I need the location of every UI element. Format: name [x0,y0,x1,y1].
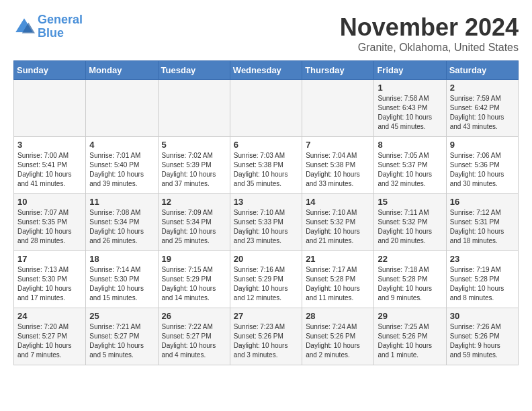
day-info: Sunrise: 7:13 AM Sunset: 5:30 PM Dayligh… [17,265,82,303]
weekday-header: Thursday [302,61,374,80]
calendar-cell: 18Sunrise: 7:14 AM Sunset: 5:30 PM Dayli… [86,251,158,308]
day-number: 23 [450,254,515,264]
day-info: Sunrise: 7:21 AM Sunset: 5:27 PM Dayligh… [89,322,154,360]
calendar-cell: 8Sunrise: 7:05 AM Sunset: 5:37 PM Daylig… [374,137,446,194]
day-number: 28 [306,311,370,321]
calendar-cell: 11Sunrise: 7:08 AM Sunset: 5:34 PM Dayli… [86,194,158,251]
day-number: 11 [89,197,154,207]
day-number: 26 [162,311,226,321]
day-info: Sunrise: 7:03 AM Sunset: 5:38 PM Dayligh… [234,151,298,189]
calendar-cell: 15Sunrise: 7:11 AM Sunset: 5:32 PM Dayli… [374,194,446,251]
day-info: Sunrise: 7:02 AM Sunset: 5:39 PM Dayligh… [162,151,226,189]
calendar-cell [14,80,86,137]
day-number: 21 [306,254,370,264]
day-info: Sunrise: 7:09 AM Sunset: 5:34 PM Dayligh… [162,208,226,246]
calendar-week-row: 10Sunrise: 7:07 AM Sunset: 5:35 PM Dayli… [14,194,519,251]
day-info: Sunrise: 7:58 AM Sunset: 6:43 PM Dayligh… [378,94,442,132]
logo-line1: General [38,13,83,26]
day-number: 22 [378,254,442,264]
day-number: 14 [306,197,370,207]
day-info: Sunrise: 7:22 AM Sunset: 5:27 PM Dayligh… [162,322,226,360]
day-number: 12 [162,197,226,207]
calendar-cell: 26Sunrise: 7:22 AM Sunset: 5:27 PM Dayli… [158,308,230,365]
calendar-week-row: 3Sunrise: 7:00 AM Sunset: 5:41 PM Daylig… [14,137,519,194]
calendar-cell: 29Sunrise: 7:25 AM Sunset: 5:26 PM Dayli… [374,308,446,365]
day-info: Sunrise: 7:08 AM Sunset: 5:34 PM Dayligh… [89,208,154,246]
day-number: 27 [234,311,298,321]
calendar-cell: 10Sunrise: 7:07 AM Sunset: 5:35 PM Dayli… [14,194,86,251]
calendar-cell: 28Sunrise: 7:24 AM Sunset: 5:26 PM Dayli… [302,308,374,365]
weekday-header: Tuesday [158,61,230,80]
day-info: Sunrise: 7:19 AM Sunset: 5:28 PM Dayligh… [450,265,515,303]
calendar-cell [230,80,302,137]
day-number: 18 [89,254,154,264]
calendar-week-row: 24Sunrise: 7:20 AM Sunset: 5:27 PM Dayli… [14,308,519,365]
day-info: Sunrise: 7:10 AM Sunset: 5:33 PM Dayligh… [234,208,298,246]
calendar-cell: 4Sunrise: 7:01 AM Sunset: 5:40 PM Daylig… [86,137,158,194]
month-title: November 2024 [340,13,519,42]
day-number: 24 [17,311,82,321]
calendar-table: SundayMondayTuesdayWednesdayThursdayFrid… [13,60,519,365]
calendar-cell: 30Sunrise: 7:26 AM Sunset: 5:26 PM Dayli… [446,308,518,365]
day-info: Sunrise: 7:00 AM Sunset: 5:41 PM Dayligh… [17,151,82,189]
calendar-week-row: 17Sunrise: 7:13 AM Sunset: 5:30 PM Dayli… [14,251,519,308]
calendar-cell [302,80,374,137]
calendar-cell: 1Sunrise: 7:58 AM Sunset: 6:43 PM Daylig… [374,80,446,137]
day-number: 5 [162,140,226,150]
calendar-cell: 21Sunrise: 7:17 AM Sunset: 5:28 PM Dayli… [302,251,374,308]
day-info: Sunrise: 7:59 AM Sunset: 6:42 PM Dayligh… [450,94,515,132]
day-info: Sunrise: 7:16 AM Sunset: 5:29 PM Dayligh… [234,265,298,303]
calendar-cell: 14Sunrise: 7:10 AM Sunset: 5:32 PM Dayli… [302,194,374,251]
day-number: 7 [306,140,370,150]
day-number: 9 [450,140,515,150]
calendar-cell: 23Sunrise: 7:19 AM Sunset: 5:28 PM Dayli… [446,251,518,308]
weekday-header: Saturday [446,61,518,80]
day-number: 10 [17,197,82,207]
calendar-cell: 9Sunrise: 7:06 AM Sunset: 5:36 PM Daylig… [446,137,518,194]
calendar-cell: 7Sunrise: 7:04 AM Sunset: 5:38 PM Daylig… [302,137,374,194]
day-info: Sunrise: 7:17 AM Sunset: 5:28 PM Dayligh… [306,265,370,303]
logo-line2: Blue [38,26,64,40]
calendar-cell: 13Sunrise: 7:10 AM Sunset: 5:33 PM Dayli… [230,194,302,251]
page-header: General Blue November 2024 Granite, Okla… [13,13,519,54]
calendar-cell: 17Sunrise: 7:13 AM Sunset: 5:30 PM Dayli… [14,251,86,308]
calendar-cell: 2Sunrise: 7:59 AM Sunset: 6:42 PM Daylig… [446,80,518,137]
calendar-cell: 6Sunrise: 7:03 AM Sunset: 5:38 PM Daylig… [230,137,302,194]
logo: General Blue [13,13,83,40]
day-number: 13 [234,197,298,207]
calendar-cell [86,80,158,137]
weekday-header-row: SundayMondayTuesdayWednesdayThursdayFrid… [14,61,519,80]
weekday-header: Sunday [14,61,86,80]
day-info: Sunrise: 7:11 AM Sunset: 5:32 PM Dayligh… [378,208,442,246]
day-info: Sunrise: 7:10 AM Sunset: 5:32 PM Dayligh… [306,208,370,246]
day-info: Sunrise: 7:26 AM Sunset: 5:26 PM Dayligh… [450,322,515,360]
day-info: Sunrise: 7:05 AM Sunset: 5:37 PM Dayligh… [378,151,442,189]
day-info: Sunrise: 7:07 AM Sunset: 5:35 PM Dayligh… [17,208,82,246]
day-number: 1 [378,83,442,93]
calendar-cell: 25Sunrise: 7:21 AM Sunset: 5:27 PM Dayli… [86,308,158,365]
calendar-cell: 5Sunrise: 7:02 AM Sunset: 5:39 PM Daylig… [158,137,230,194]
day-info: Sunrise: 7:24 AM Sunset: 5:26 PM Dayligh… [306,322,370,360]
day-number: 8 [378,140,442,150]
calendar-cell: 27Sunrise: 7:23 AM Sunset: 5:26 PM Dayli… [230,308,302,365]
location: Granite, Oklahoma, United States [340,42,519,54]
day-number: 29 [378,311,442,321]
title-block: November 2024 Granite, Oklahoma, United … [340,13,519,54]
calendar-cell [158,80,230,137]
weekday-header: Monday [86,61,158,80]
calendar-cell: 3Sunrise: 7:00 AM Sunset: 5:41 PM Daylig… [14,137,86,194]
day-info: Sunrise: 7:04 AM Sunset: 5:38 PM Dayligh… [306,151,370,189]
day-number: 19 [162,254,226,264]
day-info: Sunrise: 7:18 AM Sunset: 5:28 PM Dayligh… [378,265,442,303]
calendar-cell: 22Sunrise: 7:18 AM Sunset: 5:28 PM Dayli… [374,251,446,308]
logo-icon [13,16,35,38]
logo-text: General Blue [38,13,83,40]
day-number: 4 [89,140,154,150]
weekday-header: Friday [374,61,446,80]
calendar-cell: 12Sunrise: 7:09 AM Sunset: 5:34 PM Dayli… [158,194,230,251]
day-number: 6 [234,140,298,150]
day-info: Sunrise: 7:20 AM Sunset: 5:27 PM Dayligh… [17,322,82,360]
day-info: Sunrise: 7:12 AM Sunset: 5:31 PM Dayligh… [450,208,515,246]
calendar-cell: 16Sunrise: 7:12 AM Sunset: 5:31 PM Dayli… [446,194,518,251]
day-number: 20 [234,254,298,264]
